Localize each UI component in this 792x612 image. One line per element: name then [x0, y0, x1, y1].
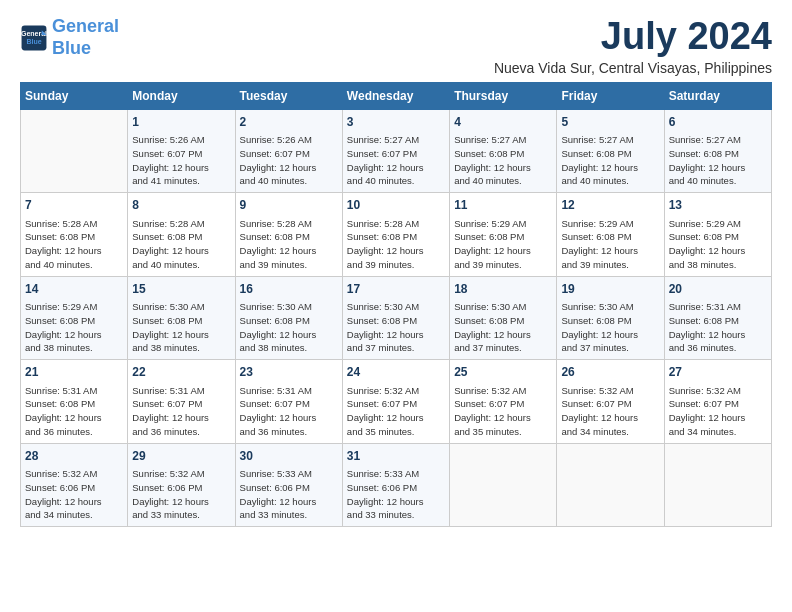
day-number: 9: [240, 197, 338, 214]
table-row: 30Sunrise: 5:33 AMSunset: 6:06 PMDayligh…: [235, 443, 342, 526]
calendar-week-row: 28Sunrise: 5:32 AMSunset: 6:06 PMDayligh…: [21, 443, 772, 526]
cell-daylight-info: Sunrise: 5:30 AMSunset: 6:08 PMDaylight:…: [240, 300, 338, 355]
day-number: 12: [561, 197, 659, 214]
day-number: 7: [25, 197, 123, 214]
day-number: 14: [25, 281, 123, 298]
table-row: 1Sunrise: 5:26 AMSunset: 6:07 PMDaylight…: [128, 109, 235, 192]
day-number: 29: [132, 448, 230, 465]
table-row: 17Sunrise: 5:30 AMSunset: 6:08 PMDayligh…: [342, 276, 449, 359]
table-row: 4Sunrise: 5:27 AMSunset: 6:08 PMDaylight…: [450, 109, 557, 192]
table-row: [21, 109, 128, 192]
table-row: 7Sunrise: 5:28 AMSunset: 6:08 PMDaylight…: [21, 193, 128, 276]
calendar-week-row: 1Sunrise: 5:26 AMSunset: 6:07 PMDaylight…: [21, 109, 772, 192]
cell-daylight-info: Sunrise: 5:28 AMSunset: 6:08 PMDaylight:…: [132, 217, 230, 272]
table-row: 8Sunrise: 5:28 AMSunset: 6:08 PMDaylight…: [128, 193, 235, 276]
cell-daylight-info: Sunrise: 5:32 AMSunset: 6:06 PMDaylight:…: [25, 467, 123, 522]
cell-daylight-info: Sunrise: 5:30 AMSunset: 6:08 PMDaylight:…: [347, 300, 445, 355]
col-tuesday: Tuesday: [235, 82, 342, 109]
table-row: 22Sunrise: 5:31 AMSunset: 6:07 PMDayligh…: [128, 360, 235, 443]
day-number: 10: [347, 197, 445, 214]
cell-daylight-info: Sunrise: 5:28 AMSunset: 6:08 PMDaylight:…: [347, 217, 445, 272]
table-row: 29Sunrise: 5:32 AMSunset: 6:06 PMDayligh…: [128, 443, 235, 526]
day-number: 31: [347, 448, 445, 465]
calendar-table: Sunday Monday Tuesday Wednesday Thursday…: [20, 82, 772, 527]
cell-daylight-info: Sunrise: 5:26 AMSunset: 6:07 PMDaylight:…: [240, 133, 338, 188]
day-number: 26: [561, 364, 659, 381]
cell-daylight-info: Sunrise: 5:33 AMSunset: 6:06 PMDaylight:…: [240, 467, 338, 522]
day-number: 24: [347, 364, 445, 381]
day-number: 3: [347, 114, 445, 131]
day-number: 18: [454, 281, 552, 298]
col-saturday: Saturday: [664, 82, 771, 109]
table-row: 26Sunrise: 5:32 AMSunset: 6:07 PMDayligh…: [557, 360, 664, 443]
cell-daylight-info: Sunrise: 5:33 AMSunset: 6:06 PMDaylight:…: [347, 467, 445, 522]
table-row: 3Sunrise: 5:27 AMSunset: 6:07 PMDaylight…: [342, 109, 449, 192]
table-row: [664, 443, 771, 526]
table-row: [557, 443, 664, 526]
logo-icon: General Blue: [20, 24, 48, 52]
cell-daylight-info: Sunrise: 5:28 AMSunset: 6:08 PMDaylight:…: [240, 217, 338, 272]
day-number: 21: [25, 364, 123, 381]
table-row: 18Sunrise: 5:30 AMSunset: 6:08 PMDayligh…: [450, 276, 557, 359]
logo: General Blue General Blue: [20, 16, 119, 59]
day-number: 20: [669, 281, 767, 298]
day-number: 13: [669, 197, 767, 214]
table-row: 10Sunrise: 5:28 AMSunset: 6:08 PMDayligh…: [342, 193, 449, 276]
table-row: 11Sunrise: 5:29 AMSunset: 6:08 PMDayligh…: [450, 193, 557, 276]
table-row: 23Sunrise: 5:31 AMSunset: 6:07 PMDayligh…: [235, 360, 342, 443]
day-number: 11: [454, 197, 552, 214]
table-row: 28Sunrise: 5:32 AMSunset: 6:06 PMDayligh…: [21, 443, 128, 526]
day-number: 27: [669, 364, 767, 381]
table-row: 25Sunrise: 5:32 AMSunset: 6:07 PMDayligh…: [450, 360, 557, 443]
cell-daylight-info: Sunrise: 5:29 AMSunset: 6:08 PMDaylight:…: [669, 217, 767, 272]
col-monday: Monday: [128, 82, 235, 109]
day-number: 16: [240, 281, 338, 298]
cell-daylight-info: Sunrise: 5:30 AMSunset: 6:08 PMDaylight:…: [454, 300, 552, 355]
table-row: 5Sunrise: 5:27 AMSunset: 6:08 PMDaylight…: [557, 109, 664, 192]
day-number: 8: [132, 197, 230, 214]
cell-daylight-info: Sunrise: 5:28 AMSunset: 6:08 PMDaylight:…: [25, 217, 123, 272]
location-subtitle: Nueva Vida Sur, Central Visayas, Philipp…: [494, 60, 772, 76]
cell-daylight-info: Sunrise: 5:27 AMSunset: 6:08 PMDaylight:…: [669, 133, 767, 188]
cell-daylight-info: Sunrise: 5:32 AMSunset: 6:06 PMDaylight:…: [132, 467, 230, 522]
cell-daylight-info: Sunrise: 5:27 AMSunset: 6:08 PMDaylight:…: [561, 133, 659, 188]
cell-daylight-info: Sunrise: 5:31 AMSunset: 6:07 PMDaylight:…: [240, 384, 338, 439]
day-number: 23: [240, 364, 338, 381]
col-thursday: Thursday: [450, 82, 557, 109]
day-number: 25: [454, 364, 552, 381]
cell-daylight-info: Sunrise: 5:32 AMSunset: 6:07 PMDaylight:…: [454, 384, 552, 439]
table-row: 27Sunrise: 5:32 AMSunset: 6:07 PMDayligh…: [664, 360, 771, 443]
table-row: 6Sunrise: 5:27 AMSunset: 6:08 PMDaylight…: [664, 109, 771, 192]
day-number: 15: [132, 281, 230, 298]
day-number: 5: [561, 114, 659, 131]
day-number: 28: [25, 448, 123, 465]
logo-text: General Blue: [52, 16, 119, 59]
table-row: 15Sunrise: 5:30 AMSunset: 6:08 PMDayligh…: [128, 276, 235, 359]
cell-daylight-info: Sunrise: 5:29 AMSunset: 6:08 PMDaylight:…: [561, 217, 659, 272]
calendar-header-row: Sunday Monday Tuesday Wednesday Thursday…: [21, 82, 772, 109]
table-row: 19Sunrise: 5:30 AMSunset: 6:08 PMDayligh…: [557, 276, 664, 359]
cell-daylight-info: Sunrise: 5:27 AMSunset: 6:07 PMDaylight:…: [347, 133, 445, 188]
table-row: 16Sunrise: 5:30 AMSunset: 6:08 PMDayligh…: [235, 276, 342, 359]
day-number: 30: [240, 448, 338, 465]
table-row: 2Sunrise: 5:26 AMSunset: 6:07 PMDaylight…: [235, 109, 342, 192]
cell-daylight-info: Sunrise: 5:32 AMSunset: 6:07 PMDaylight:…: [669, 384, 767, 439]
day-number: 2: [240, 114, 338, 131]
table-row: 21Sunrise: 5:31 AMSunset: 6:08 PMDayligh…: [21, 360, 128, 443]
day-number: 6: [669, 114, 767, 131]
table-row: 9Sunrise: 5:28 AMSunset: 6:08 PMDaylight…: [235, 193, 342, 276]
table-row: 13Sunrise: 5:29 AMSunset: 6:08 PMDayligh…: [664, 193, 771, 276]
day-number: 1: [132, 114, 230, 131]
cell-daylight-info: Sunrise: 5:32 AMSunset: 6:07 PMDaylight:…: [561, 384, 659, 439]
col-friday: Friday: [557, 82, 664, 109]
title-block: July 2024 Nueva Vida Sur, Central Visaya…: [494, 16, 772, 76]
cell-daylight-info: Sunrise: 5:27 AMSunset: 6:08 PMDaylight:…: [454, 133, 552, 188]
cell-daylight-info: Sunrise: 5:31 AMSunset: 6:08 PMDaylight:…: [669, 300, 767, 355]
day-number: 17: [347, 281, 445, 298]
table-row: 24Sunrise: 5:32 AMSunset: 6:07 PMDayligh…: [342, 360, 449, 443]
cell-daylight-info: Sunrise: 5:31 AMSunset: 6:08 PMDaylight:…: [25, 384, 123, 439]
cell-daylight-info: Sunrise: 5:30 AMSunset: 6:08 PMDaylight:…: [561, 300, 659, 355]
col-wednesday: Wednesday: [342, 82, 449, 109]
cell-daylight-info: Sunrise: 5:32 AMSunset: 6:07 PMDaylight:…: [347, 384, 445, 439]
cell-daylight-info: Sunrise: 5:26 AMSunset: 6:07 PMDaylight:…: [132, 133, 230, 188]
